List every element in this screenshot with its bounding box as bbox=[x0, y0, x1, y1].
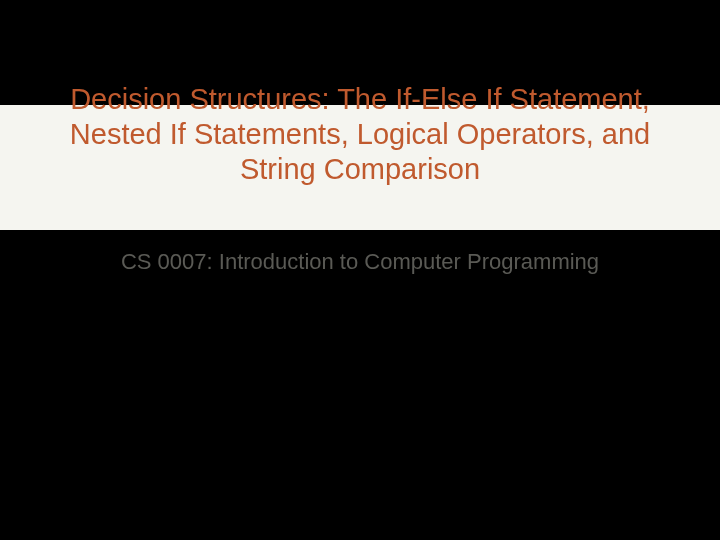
slide-title: Decision Structures: The If-Else If Stat… bbox=[60, 82, 660, 186]
slide: Decision Structures: The If-Else If Stat… bbox=[0, 0, 720, 540]
slide-subtitle: CS 0007: Introduction to Computer Progra… bbox=[60, 248, 660, 276]
